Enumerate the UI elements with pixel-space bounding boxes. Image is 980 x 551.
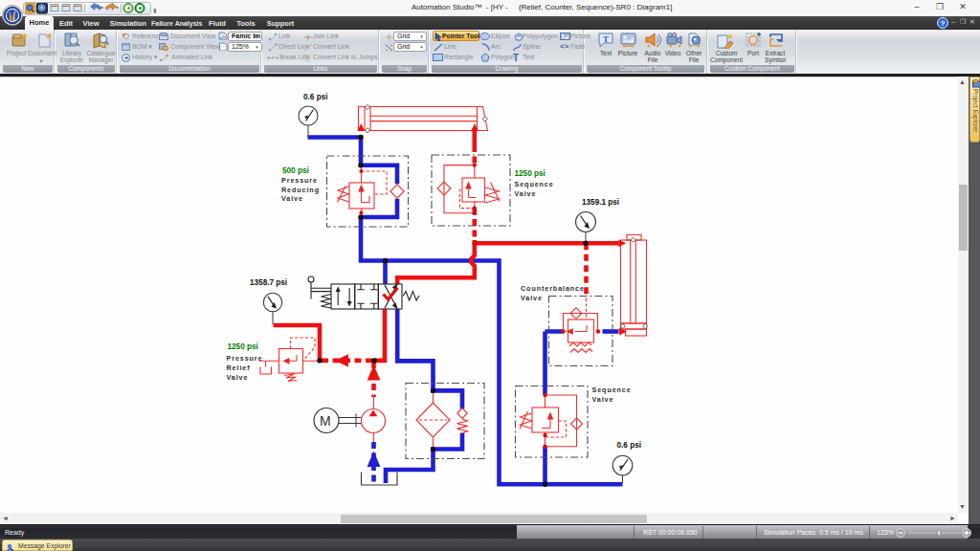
svg-text:Counterbalance: Counterbalance — [521, 284, 585, 293]
svg-text:1358.7 psi: 1358.7 psi — [250, 278, 287, 287]
svg-text:1250 psi: 1250 psi — [515, 169, 546, 178]
svg-text:Valve: Valve — [281, 194, 303, 203]
svg-text:Relief: Relief — [227, 364, 251, 372]
svg-text:Valve: Valve — [521, 294, 543, 302]
svg-text:1359.1 psi: 1359.1 psi — [582, 198, 619, 207]
svg-text:T: T — [603, 34, 609, 44]
svg-text:?: ? — [941, 19, 946, 28]
svg-text:Valve: Valve — [592, 395, 614, 404]
svg-text:1250 psi: 1250 psi — [228, 342, 258, 351]
svg-text:Pressure: Pressure — [281, 176, 318, 185]
svg-text:Pressure: Pressure — [227, 354, 263, 363]
svg-text:Valve: Valve — [515, 189, 537, 198]
svg-text:Sequence: Sequence — [592, 386, 632, 394]
svg-text:Reducing: Reducing — [281, 186, 320, 194]
svg-text:500 psi: 500 psi — [282, 166, 309, 175]
svg-text:0.6 psi: 0.6 psi — [617, 441, 642, 450]
svg-text:Valve: Valve — [227, 373, 249, 382]
svg-text:Project Explorer: Project Explorer — [971, 89, 979, 133]
svg-text:0.6 psi: 0.6 psi — [303, 93, 328, 101]
svg-text:M: M — [320, 413, 331, 429]
svg-text:Sequence: Sequence — [515, 180, 554, 188]
